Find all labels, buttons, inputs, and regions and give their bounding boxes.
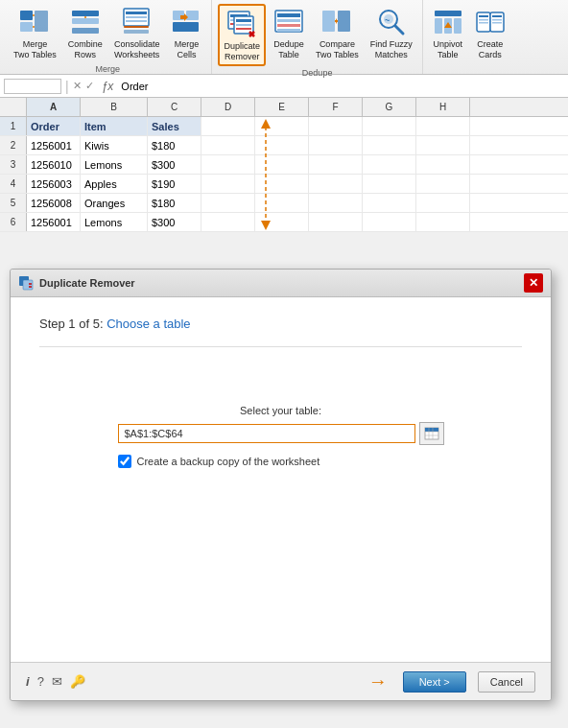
fx-label: ƒx: [102, 80, 114, 93]
cell-b2[interactable]: Kiwis: [81, 136, 148, 154]
cell-g4[interactable]: [363, 175, 416, 193]
cell-a6[interactable]: 1256001: [27, 213, 81, 231]
cancel-formula-icon[interactable]: ✕: [73, 80, 82, 92]
backup-checkbox[interactable]: [118, 455, 131, 468]
svg-rect-11: [126, 16, 147, 18]
create-cards-button[interactable]: Create Cards: [471, 4, 509, 62]
svg-rect-50: [479, 22, 488, 24]
dialog-close-button[interactable]: ✕: [524, 273, 543, 293]
cell-a5[interactable]: 1256008: [27, 194, 81, 212]
cell-h3[interactable]: [416, 155, 470, 174]
cell-g2[interactable]: [363, 136, 416, 154]
col-header-b[interactable]: B: [81, 98, 148, 116]
col-header-g[interactable]: G: [363, 98, 416, 116]
col-header-d[interactable]: D: [201, 98, 255, 116]
create-cards-icon: [475, 7, 506, 37]
cell-e5[interactable]: [255, 194, 309, 212]
svg-line-40: [395, 26, 403, 34]
find-fuzzy-matches-button[interactable]: ~ Find Fuzzy Matches: [367, 4, 416, 62]
cell-h2[interactable]: [416, 136, 470, 154]
cell-b1[interactable]: Item: [81, 117, 148, 135]
cell-a2[interactable]: 1256001: [27, 136, 81, 154]
dedupe-table-button[interactable]: Dedupe Table: [270, 4, 308, 62]
merge-two-tables-button[interactable]: Merge Two Tables: [10, 4, 60, 62]
cell-b5[interactable]: Oranges: [81, 194, 148, 212]
cell-e2[interactable]: [255, 136, 309, 154]
col-header-h[interactable]: H: [416, 98, 470, 116]
cell-c3[interactable]: $300: [148, 155, 201, 174]
cell-e4[interactable]: [255, 175, 309, 193]
cell-c4[interactable]: $190: [148, 175, 201, 193]
key-icon[interactable]: 🔑: [70, 674, 85, 689]
cell-c6[interactable]: $300: [148, 213, 201, 231]
cell-d3[interactable]: [201, 155, 255, 174]
cell-g1[interactable]: [363, 117, 416, 135]
backup-label: Create a backup copy of the worksheet: [137, 456, 320, 467]
cell-d5[interactable]: [201, 194, 255, 212]
merge-two-tables-icon: [19, 7, 50, 37]
cell-h4[interactable]: [416, 175, 470, 193]
svg-rect-12: [126, 20, 147, 22]
info-icon[interactable]: i: [26, 674, 30, 689]
duplicate-remover-icon: [226, 9, 257, 39]
cell-c5[interactable]: $180: [148, 194, 201, 212]
col-header-e[interactable]: E: [255, 98, 309, 116]
cell-d1[interactable]: [201, 117, 255, 135]
cell-f5[interactable]: [309, 194, 363, 212]
cell-a1[interactable]: Order: [27, 117, 81, 135]
svg-rect-24: [236, 19, 251, 22]
cell-a4[interactable]: 1256003: [27, 175, 81, 193]
svg-marker-37: [336, 18, 338, 24]
cell-e1[interactable]: [255, 117, 309, 135]
unpivot-table-button[interactable]: Unpivot Table: [429, 4, 467, 62]
cell-f4[interactable]: [309, 175, 363, 193]
next-button[interactable]: Next >: [403, 671, 466, 693]
confirm-formula-icon[interactable]: ✓: [85, 80, 94, 92]
cell-d4[interactable]: [201, 175, 255, 193]
row-num-6: 6: [0, 213, 27, 231]
col-header-f[interactable]: F: [309, 98, 363, 116]
cell-c2[interactable]: $180: [148, 136, 201, 154]
cell-f2[interactable]: [309, 136, 363, 154]
col-header-c[interactable]: C: [148, 98, 201, 116]
cell-d6[interactable]: [201, 213, 255, 231]
svg-rect-30: [277, 13, 300, 17]
step-heading: Step 1 of 5: Choose a table: [39, 317, 522, 331]
cell-e6[interactable]: [255, 213, 309, 231]
cell-g6[interactable]: [363, 213, 416, 231]
svg-rect-5: [72, 11, 99, 16]
ribbon: Merge Two Tables Combine Rows: [0, 0, 568, 75]
cell-reference-input[interactable]: [4, 79, 61, 94]
cell-h6[interactable]: [416, 213, 470, 231]
consolidate-worksheets-button[interactable]: Consolidate Worksheets: [110, 4, 164, 62]
cell-b3[interactable]: Lemons: [81, 155, 148, 174]
combine-rows-button[interactable]: Combine Rows: [64, 4, 106, 62]
cell-a3[interactable]: 1256010: [27, 155, 81, 174]
svg-text:~: ~: [385, 15, 390, 25]
cell-f1[interactable]: [309, 117, 363, 135]
cell-h5[interactable]: [416, 194, 470, 212]
cancel-button[interactable]: Cancel: [478, 671, 535, 693]
duplicate-remover-button[interactable]: Duplicate Remover: [218, 4, 266, 66]
dialog-body: Step 1 of 5: Choose a table Select your …: [11, 297, 551, 662]
cell-f3[interactable]: [309, 155, 363, 174]
svg-rect-32: [277, 24, 300, 27]
svg-rect-13: [124, 26, 149, 28]
cell-f6[interactable]: [309, 213, 363, 231]
cell-h1[interactable]: [416, 117, 470, 135]
cell-b6[interactable]: Lemons: [81, 213, 148, 231]
table-range-picker-button[interactable]: [419, 422, 444, 445]
cell-e3[interactable]: [255, 155, 309, 174]
cell-c1[interactable]: Sales: [148, 117, 201, 135]
help-icon[interactable]: ?: [37, 674, 44, 689]
cell-d2[interactable]: [201, 136, 255, 154]
cell-g3[interactable]: [363, 155, 416, 174]
mail-icon[interactable]: ✉: [52, 674, 62, 689]
compare-two-tables-button[interactable]: Compare Two Tables: [312, 4, 363, 62]
table-range-input[interactable]: [118, 424, 415, 443]
cell-g5[interactable]: [363, 194, 416, 212]
merge-cells-button[interactable]: Merge Cells: [167, 4, 205, 62]
cell-b4[interactable]: Apples: [81, 175, 148, 193]
column-headers: A B C D E F G H: [0, 98, 568, 117]
col-header-a[interactable]: A: [27, 98, 81, 116]
